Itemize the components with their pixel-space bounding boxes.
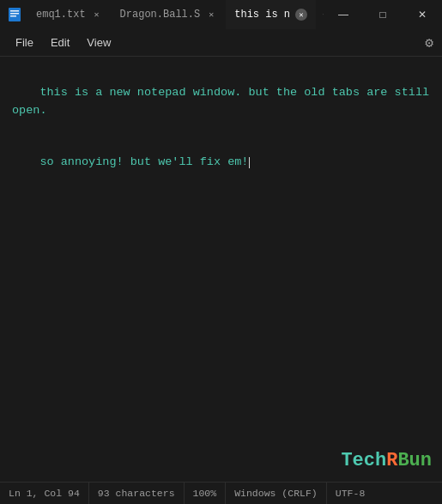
minimize-button[interactable]: —: [324, 0, 363, 29]
watermark-bun: Bun: [397, 450, 432, 471]
tab-emq1-label: emq1.txt: [36, 9, 86, 21]
tab-thisis-label: this is n: [234, 9, 290, 21]
watermark-r: R: [386, 450, 397, 471]
menu-file[interactable]: File: [7, 33, 42, 52]
window-controls: — □ ✕: [324, 0, 442, 29]
menu-edit[interactable]: Edit: [42, 33, 78, 52]
tab-dragonball-close[interactable]: ✕: [205, 9, 217, 21]
status-position[interactable]: Ln 1, Col 94: [9, 483, 89, 504]
tab-thisis[interactable]: this is n ✕: [226, 0, 316, 29]
editor-area[interactable]: this is a new notepad window. but the ol…: [0, 57, 442, 482]
editor-line2: so annoying! but we'll fix em!: [39, 155, 250, 168]
status-bar: Ln 1, Col 94 93 characters 100% Windows …: [0, 482, 442, 504]
new-tab-button[interactable]: +: [316, 0, 324, 29]
svg-rect-3: [10, 15, 16, 17]
tab-thisis-close[interactable]: ✕: [295, 9, 307, 21]
editor-content[interactable]: this is a new notepad window. but the ol…: [12, 67, 430, 189]
close-button[interactable]: ✕: [403, 0, 442, 29]
svg-rect-0: [9, 8, 21, 21]
status-zoom[interactable]: 100%: [185, 483, 227, 504]
settings-icon[interactable]: ⚙: [421, 31, 437, 55]
title-bar: emq1.txt ✕ Dragon.Ball.S ✕ this is n ✕ +…: [0, 0, 442, 29]
watermark-tech: Tech: [341, 450, 386, 471]
tab-emq1[interactable]: emq1.txt ✕: [27, 0, 112, 29]
app-icon: [7, 7, 22, 22]
tab-dragonball[interactable]: Dragon.Ball.S ✕: [112, 0, 227, 29]
svg-rect-2: [10, 13, 19, 15]
menu-view[interactable]: View: [78, 33, 119, 52]
status-line-ending[interactable]: Windows (CRLF): [226, 483, 327, 504]
menu-bar: File Edit View ⚙: [0, 29, 442, 57]
maximize-button[interactable]: □: [363, 0, 403, 29]
status-characters[interactable]: 93 characters: [89, 483, 185, 504]
status-encoding[interactable]: UTF-8: [327, 483, 374, 504]
tab-bar: emq1.txt ✕ Dragon.Ball.S ✕ this is n ✕ +: [27, 0, 324, 29]
tab-dragonball-label: Dragon.Ball.S: [120, 9, 201, 21]
editor-line1: this is a new notepad window. but the ol…: [12, 86, 436, 116]
watermark: TechRBun: [341, 450, 432, 471]
svg-rect-1: [10, 10, 19, 12]
tab-emq1-close[interactable]: ✕: [91, 9, 103, 21]
